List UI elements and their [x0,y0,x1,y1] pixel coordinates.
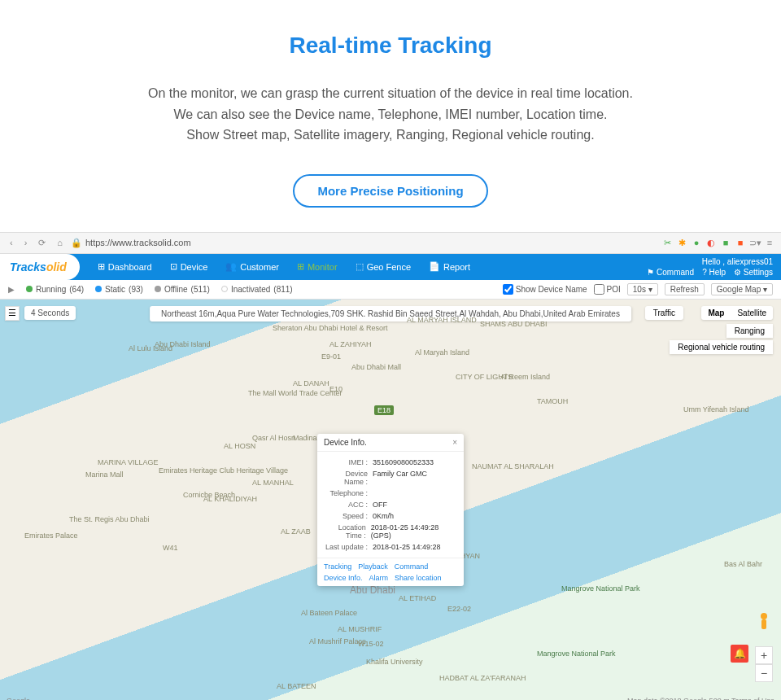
location-time-value: 2018-01-25 14:49:28 (GPS) [371,523,457,540]
map-canvas[interactable]: ☰ 4 Seconds Northeast 16m,Aqua Pure Wate… [0,300,781,700]
map-type-switcher: Map Satellite [701,306,773,320]
status-bar: ▶ Running (64) Static (93) Offline (511)… [0,280,781,300]
map-type-satellite[interactable]: Satellite [731,306,773,320]
acc-value: OFF [373,501,387,509]
ext-icon[interactable]: ✱ [677,238,687,247]
ext-icon[interactable]: ✂ [662,238,672,247]
device-name-value: Family Car GMC [373,470,427,486]
refresh-button[interactable]: Refresh [665,283,705,295]
ext-icon[interactable]: ◐ [706,238,716,247]
imei-value: 351609080052333 [373,458,434,466]
hero-title: Real-time Tracking [49,33,732,59]
map-provider-dropdown[interactable]: Google Map ▾ [711,283,773,295]
browser-address-bar: ‹ › ⟳ ⌂ 🔒 https://www.tracksolid.com ✂ ✱… [0,232,781,254]
status-inactivated[interactable]: Inactivated (811) [221,285,293,294]
pegman-icon[interactable] [757,612,771,635]
nav-report[interactable]: 📄Report [421,256,478,277]
svg-point-0 [761,613,767,619]
hero-description: On the monitor, we can grasp the current… [49,83,732,146]
customer-icon: 👥 [225,261,237,272]
lock-icon: 🔒 [71,238,82,248]
nav-device[interactable]: ⊡Device [162,256,216,277]
popup-share-link[interactable]: Share location [395,574,442,582]
zoom-out-button[interactable]: − [755,664,773,682]
alert-icon[interactable]: 🔔 [731,645,748,663]
routing-button[interactable]: Regional vehicle routing [670,340,773,354]
nav-monitor[interactable]: ⊞Monitor [289,256,346,277]
status-running[interactable]: Running (64) [26,285,84,294]
map-terms[interactable]: Map data ©2018 Google 500 m Terms of Use [627,697,774,700]
gray-dot-icon [155,286,161,292]
ext-icon[interactable]: ■ [735,238,745,247]
dashboard-icon: ⊞ [98,261,105,272]
report-icon: 📄 [429,261,440,272]
blue-dot-icon [95,286,102,292]
ext-icon[interactable]: ⊃▾ [750,238,760,247]
sidebar-toggle-icon[interactable]: ▶ [8,285,15,294]
browser-extensions: ✂ ✱ ● ◐ ■ ■ ⊃▾ ≡ [662,238,774,247]
browser-menu-icon[interactable]: ≡ [765,238,774,247]
app-header: Tracksolid ⊞Dashboard ⊡Device 👥Customer … [0,254,781,280]
popup-alarm-link[interactable]: Alarm [369,574,389,582]
browser-home-icon[interactable]: ⌂ [54,236,66,249]
popup-device-info-link[interactable]: Device Info. [324,574,363,582]
last-update-value: 2018-01-25 14:49:28 [373,543,441,551]
logo[interactable]: Tracksolid [0,254,80,280]
poi-checkbox[interactable]: POI [594,284,621,295]
flag-icon: ⚑ [647,268,654,277]
browser-url[interactable]: https://www.tracksolid.com [85,238,191,247]
status-offline[interactable]: Offline (511) [155,285,210,294]
header-help-link[interactable]: ? Help [702,267,726,278]
help-icon: ? [702,268,707,277]
device-info-popup: Device Info. × IMEI :351609080052333 Dev… [317,434,464,586]
interval-dropdown[interactable]: 10s ▾ [627,283,658,295]
panel-toggle-icon[interactable]: ☰ [5,306,20,321]
monitor-icon: ⊞ [297,261,304,272]
zoom-in-button[interactable]: + [755,646,773,664]
show-device-name-checkbox[interactable]: Show Device Name [503,284,587,295]
browser-forward-icon[interactable]: › [21,236,31,249]
map-type-map[interactable]: Map [701,306,731,320]
device-icon: ⊡ [170,261,177,272]
traffic-button[interactable]: Traffic [645,306,683,320]
ext-icon[interactable]: ■ [721,238,731,247]
map-attribution: Google [7,697,30,700]
gear-icon: ⚙ [734,268,741,277]
browser-back-icon[interactable]: ‹ [7,236,16,249]
popup-title: Device Info. [324,438,367,447]
address-bar: Northeast 16m,Aqua Pure Water Technologi… [150,306,631,322]
seconds-indicator: 4 Seconds [24,306,76,320]
header-command-link[interactable]: ⚑ Command [647,267,694,278]
popup-playback-link[interactable]: Playback [358,562,388,571]
status-static[interactable]: Static (93) [95,285,143,294]
popup-command-link[interactable]: Command [395,562,429,571]
ranging-button[interactable]: Ranging [726,324,773,338]
geofence-icon: ⬚ [356,261,364,272]
close-icon[interactable]: × [452,438,457,447]
speed-value: 0Km/h [373,512,394,520]
green-dot-icon [26,286,33,292]
more-precise-button[interactable]: More Precise Positioning [293,174,487,208]
ext-icon[interactable]: ● [692,238,701,247]
nav-dashboard[interactable]: ⊞Dashboard [89,256,160,277]
user-greeting: Hello , aliexpress01 [702,256,773,267]
nav-customer[interactable]: 👥Customer [217,256,287,277]
nav-geofence[interactable]: ⬚Geo Fence [347,256,419,277]
popup-tracking-link[interactable]: Tracking [324,562,351,571]
browser-reload-icon[interactable]: ⟳ [35,236,49,250]
svg-rect-1 [761,619,766,629]
header-settings-link[interactable]: ⚙ Settings [734,267,773,278]
white-dot-icon [221,286,228,292]
